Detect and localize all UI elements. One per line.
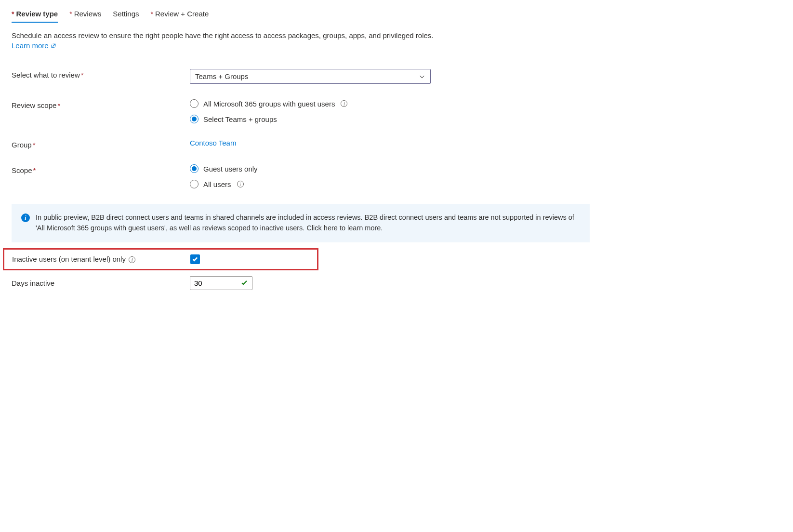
radio-label: Select Teams + groups bbox=[203, 115, 277, 123]
scope-option-all-users[interactable]: All users i bbox=[190, 180, 590, 188]
tab-label: Settings bbox=[113, 10, 139, 18]
required-asterisk: * bbox=[151, 10, 153, 18]
select-review-dropdown[interactable]: Teams + Groups bbox=[190, 69, 431, 84]
checkmark-icon bbox=[192, 256, 198, 263]
valid-checkmark-icon bbox=[240, 279, 248, 287]
radio-label: All users bbox=[203, 180, 231, 188]
info-icon[interactable]: i bbox=[129, 256, 135, 263]
required-asterisk: * bbox=[12, 10, 14, 18]
radio-label: Guest users only bbox=[203, 165, 258, 173]
tab-review-create[interactable]: * Review + Create bbox=[151, 6, 209, 23]
info-icon[interactable]: i bbox=[237, 181, 244, 187]
tab-reviews[interactable]: * Reviews bbox=[69, 6, 101, 23]
info-icon[interactable]: i bbox=[341, 100, 347, 107]
tab-settings[interactable]: Settings bbox=[113, 6, 139, 23]
inactive-users-label: Inactive users (on tenant level) only i bbox=[12, 255, 190, 264]
tab-label: Reviews bbox=[74, 10, 102, 18]
learn-more-link[interactable]: Learn more bbox=[12, 41, 56, 50]
review-scope-label: Review scope* bbox=[12, 99, 190, 109]
scope-option-guest-only[interactable]: Guest users only bbox=[190, 164, 590, 173]
tab-label: Review + Create bbox=[155, 10, 209, 18]
group-label: Group* bbox=[12, 139, 190, 149]
inactive-users-highlight: Inactive users (on tenant level) only i bbox=[3, 248, 318, 270]
info-banner: i In public preview, B2B direct connect … bbox=[12, 204, 590, 242]
tab-bar: * Review type * Reviews Settings * Revie… bbox=[12, 6, 590, 23]
days-inactive-label: Days inactive bbox=[12, 279, 190, 287]
inactive-users-checkbox[interactable] bbox=[190, 254, 200, 264]
radio-button bbox=[190, 180, 198, 188]
intro-text: Schedule an access review to ensure the … bbox=[12, 31, 590, 40]
tab-label: Review type bbox=[16, 10, 58, 18]
select-review-label: Select what to review* bbox=[12, 69, 190, 79]
radio-button bbox=[190, 99, 198, 108]
required-asterisk: * bbox=[69, 10, 72, 18]
review-scope-option-all-groups[interactable]: All Microsoft 365 groups with guest user… bbox=[190, 99, 590, 108]
radio-button bbox=[190, 115, 198, 123]
info-icon: i bbox=[21, 213, 30, 222]
group-link[interactable]: Contoso Team bbox=[190, 139, 236, 147]
chevron-down-icon bbox=[419, 73, 425, 80]
days-inactive-input-wrapper bbox=[190, 276, 252, 290]
radio-button bbox=[190, 164, 198, 173]
tab-review-type[interactable]: * Review type bbox=[12, 6, 58, 23]
select-review-value: Teams + Groups bbox=[195, 72, 248, 80]
learn-more-label: Learn more bbox=[12, 41, 49, 50]
info-banner-text: In public preview, B2B direct connect us… bbox=[36, 213, 580, 234]
radio-label: All Microsoft 365 groups with guest user… bbox=[203, 100, 335, 108]
days-inactive-input[interactable] bbox=[194, 279, 223, 287]
external-link-icon bbox=[51, 43, 56, 49]
review-scope-option-select-teams[interactable]: Select Teams + groups bbox=[190, 115, 590, 123]
scope-label: Scope* bbox=[12, 164, 190, 174]
